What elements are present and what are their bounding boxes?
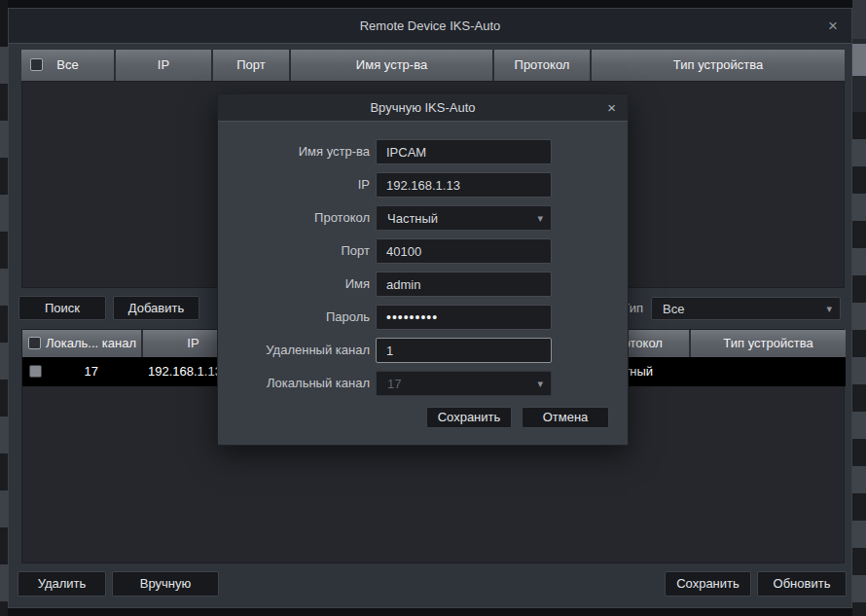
- select-all-devices-checkbox[interactable]: [28, 337, 41, 349]
- local-channel-dropdown[interactable]: 17 ▾: [376, 371, 552, 396]
- row-local-channel: 17: [54, 357, 98, 386]
- top-header-ip: IP: [116, 50, 213, 81]
- ip-label: IP: [226, 172, 370, 198]
- manual-add-dialog: Вручную IKS-Auto × Имя устр-ва IP Проток…: [217, 93, 629, 446]
- local-channel-value: 17: [387, 372, 401, 395]
- password-label: Пароль: [226, 305, 370, 330]
- top-header-all: Все: [21, 50, 116, 81]
- row-ip: 192.168.1.13: [148, 357, 222, 386]
- background-window-right-edge: [852, 0, 866, 616]
- dialog-cancel-button[interactable]: Отмена: [522, 407, 609, 428]
- bottom-header-local-channel-label: Локаль... канал: [46, 336, 136, 350]
- close-icon[interactable]: ×: [828, 9, 838, 43]
- select-all-checkbox[interactable]: [30, 58, 43, 71]
- dropdown-arrow-icon: ▾: [537, 213, 543, 224]
- protocol-dropdown[interactable]: Частный ▾: [376, 205, 552, 231]
- background-list-stripes: [0, 47, 8, 616]
- port-row: Порт: [218, 238, 628, 264]
- password-row: Пароль: [218, 305, 628, 330]
- port-field[interactable]: [376, 238, 552, 264]
- window-title: Remote Device IKS-Auto: [9, 9, 851, 43]
- background-window-left-edge: [0, 0, 8, 616]
- device-name-field[interactable]: [376, 139, 552, 164]
- window-titlebar: Remote Device IKS-Auto ×: [9, 9, 851, 44]
- type-filter-dropdown[interactable]: Все ▾: [651, 297, 841, 320]
- type-filter-value: Все: [663, 298, 684, 319]
- top-header-device-name: Имя устр-ва: [291, 50, 494, 81]
- remote-channel-label: Удаленный канал: [226, 338, 370, 363]
- dialog-title: Вручную IKS-Auto: [218, 94, 628, 121]
- device-name-row: Имя устр-ва: [218, 139, 628, 164]
- remote-channel-field[interactable]: [376, 338, 552, 363]
- search-button[interactable]: Поиск: [18, 296, 106, 320]
- dialog-titlebar: Вручную IKS-Auto ×: [218, 94, 628, 122]
- background-block: [852, 0, 866, 39]
- top-header-all-label: Все: [56, 57, 78, 72]
- delete-button[interactable]: Удалить: [18, 571, 106, 597]
- top-header-protocol: Протокол: [494, 50, 592, 81]
- save-button[interactable]: Сохранить: [665, 571, 751, 597]
- row-checkbox[interactable]: [29, 365, 42, 378]
- dropdown-arrow-icon: ▾: [537, 379, 543, 389]
- protocol-row: Протокол Частный ▾: [218, 205, 628, 231]
- screen: Remote Device IKS-Auto × Все IP Порт Имя…: [0, 0, 866, 616]
- remote-channel-row: Удаленный канал: [218, 338, 628, 363]
- dialog-save-button[interactable]: Сохранить: [426, 407, 512, 428]
- top-header-port: Порт: [213, 50, 291, 81]
- refresh-button[interactable]: Обновить: [757, 571, 847, 597]
- protocol-value: Частный: [387, 206, 438, 230]
- top-header-device-type: Тип устройства: [592, 50, 845, 81]
- password-field[interactable]: [376, 305, 552, 330]
- protocol-label: Протокол: [226, 205, 370, 231]
- username-label: Имя: [226, 272, 370, 297]
- username-row: Имя: [218, 272, 628, 297]
- username-field[interactable]: [376, 272, 552, 297]
- background-block-light: [852, 44, 866, 76]
- ip-field[interactable]: [376, 172, 552, 198]
- device-name-label: Имя устр-ва: [226, 139, 370, 164]
- background-list-stripes: [852, 112, 866, 616]
- port-label: Порт: [226, 238, 370, 264]
- bottom-header-local-channel: Локаль... канал: [22, 330, 143, 357]
- local-channel-row: Локальный канал 17 ▾: [218, 371, 628, 396]
- local-channel-label: Локальный канал: [226, 371, 370, 396]
- bottom-header-device-type: Тип устройства: [691, 330, 846, 357]
- ip-row: IP: [218, 172, 628, 198]
- add-button[interactable]: Добавить: [113, 296, 199, 320]
- manual-button[interactable]: Вручную: [112, 571, 219, 597]
- dropdown-arrow-icon: ▾: [826, 304, 832, 314]
- dialog-close-icon[interactable]: ×: [607, 94, 616, 121]
